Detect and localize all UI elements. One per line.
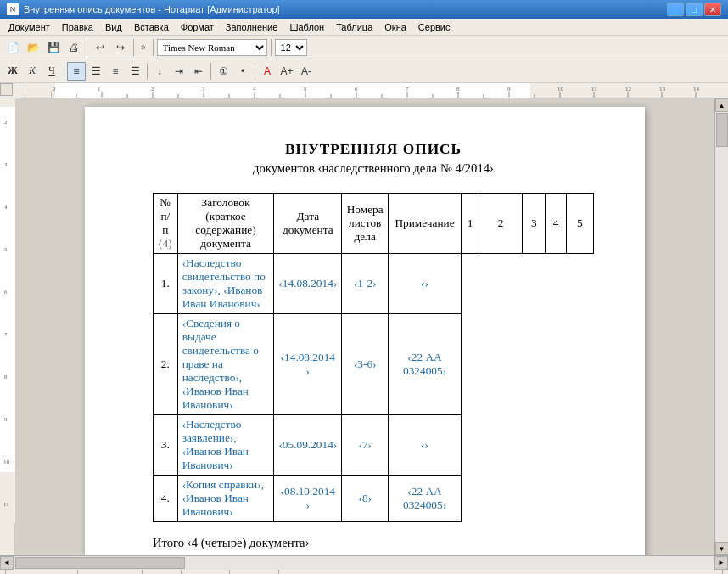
fmt-sep-3 (210, 63, 211, 80)
fmt-sep-1 (64, 63, 64, 80)
h-scroll-thumb[interactable] (15, 557, 185, 569)
table-row: 4. ‹Копия справки›, ‹Иванов Иван Иванови… (154, 476, 594, 522)
svg-text:3: 3 (4, 161, 8, 168)
status-page: Страница 2/3 (5, 570, 78, 574)
align-right-button[interactable]: ≡ (106, 62, 125, 81)
ruler: 2 1 2 3 4 5 6 7 (0, 83, 728, 98)
bold-button[interactable]: Ж (3, 62, 22, 81)
svg-text:4: 4 (4, 204, 8, 211)
toolbar-separator-4 (271, 39, 272, 56)
font-selector[interactable]: Times New Roman (157, 39, 267, 56)
open-button[interactable]: 📂 (24, 38, 42, 57)
indent-button[interactable]: ⇥ (170, 62, 188, 81)
status-bar: Страница 2/3 Ст 56 Кол 1 100% Вставка Ру… (0, 569, 728, 574)
scroll-up-button[interactable]: ▲ (715, 98, 729, 112)
menu-windows[interactable]: Окна (379, 21, 412, 33)
horizontal-scrollbar[interactable]: ◄ ► (0, 555, 728, 569)
outdent-button[interactable]: ⇤ (189, 62, 208, 81)
save-button[interactable]: 💾 (44, 38, 63, 57)
header-col2: Заголовок(краткое содержание)документа (177, 194, 274, 254)
svg-text:1: 1 (98, 86, 101, 93)
header-row2-4: 4 (546, 194, 566, 254)
toolbar-expand[interactable]: » (137, 42, 149, 52)
table-row: 3. ‹Наследство заявление›, ‹Иванов Иван … (154, 415, 594, 476)
table-row: 1. ‹Наследство свидетельство по закону›,… (154, 254, 594, 314)
scroll-left-button[interactable]: ◄ (0, 556, 14, 570)
status-lang: Русский (230, 570, 279, 574)
menu-document[interactable]: Документ (3, 21, 55, 33)
close-button[interactable]: ✕ (704, 3, 721, 16)
italic-button[interactable]: К (23, 62, 42, 81)
scroll-track[interactable] (715, 112, 729, 542)
align-justify-button[interactable]: ☰ (126, 62, 144, 81)
redo-button[interactable]: ↪ (111, 38, 130, 57)
toolbar-separator-1 (87, 39, 87, 56)
status-time: 14:27, понедельник, 13.04.2015 (573, 570, 723, 574)
header-col3: Датадокумента (274, 194, 342, 254)
svg-text:10: 10 (3, 459, 10, 465)
font-size-dec-button[interactable]: A- (297, 62, 316, 81)
minimize-button[interactable]: _ (667, 3, 684, 16)
scroll-thumb[interactable] (716, 113, 728, 147)
scroll-right-button[interactable]: ► (714, 556, 728, 570)
menu-format[interactable]: Формат (176, 21, 219, 33)
svg-text:11: 11 (3, 501, 9, 508)
app-icon: N (7, 3, 19, 15)
header-col4: Номералистовдела (342, 194, 389, 254)
left-ruler: 2 3 4 5 6 7 8 9 10 11 (0, 98, 15, 555)
status-col: Ст 56 Кол 1 (78, 570, 143, 574)
svg-text:9: 9 (507, 86, 511, 93)
format-toolbar: Ж К Ч ≡ ☰ ≡ ☰ ↕ ⇥ ⇤ ① • A A+ A- (0, 59, 728, 83)
svg-text:9: 9 (4, 416, 8, 423)
h-scroll-track[interactable] (14, 556, 714, 570)
menu-insert[interactable]: Вставка (129, 21, 174, 33)
align-center-button[interactable]: ☰ (87, 62, 105, 81)
maximize-button[interactable]: □ (686, 3, 703, 16)
menu-template[interactable]: Шаблон (284, 21, 329, 33)
font-size-inc-button[interactable]: A+ (277, 62, 296, 81)
menu-fill[interactable]: Заполнение (221, 21, 283, 33)
svg-text:14: 14 (693, 86, 700, 93)
menu-edit[interactable]: Правка (57, 21, 98, 33)
line-spacing-button[interactable]: ↕ (150, 62, 169, 81)
fmt-sep-2 (147, 63, 148, 80)
print-button[interactable]: 🖨 (64, 38, 83, 57)
header-col1: №п/п (4) (154, 194, 178, 254)
menu-view[interactable]: Вид (100, 21, 127, 33)
header-row2-2: 2 (479, 194, 523, 254)
svg-text:4: 4 (253, 86, 256, 93)
content-area[interactable]: ВНУТРЕННЯЯ ОПИСЬ документов ‹наследствен… (15, 98, 714, 555)
svg-text:2: 2 (151, 86, 154, 93)
new-button[interactable]: 📄 (3, 38, 22, 57)
svg-text:2: 2 (53, 86, 56, 93)
svg-text:10: 10 (557, 86, 564, 93)
bullets-button[interactable]: • (233, 62, 252, 81)
menu-table[interactable]: Таблица (331, 21, 378, 33)
svg-text:5: 5 (4, 246, 8, 253)
footer-line1: Итого ‹4 (четыре) документа› (153, 536, 594, 550)
main-area: 2 3 4 5 6 7 8 9 10 11 ВНУТРЕННЯЯ ОПИСЬ д… (0, 98, 728, 555)
scroll-down-button[interactable]: ▼ (715, 542, 729, 555)
menu-service[interactable]: Сервис (413, 21, 456, 33)
title-bar: N Внутренняя опись документов - Нотариат… (0, 0, 728, 19)
align-left-button[interactable]: ≡ (67, 62, 86, 81)
svg-text:8: 8 (4, 374, 8, 380)
undo-button[interactable]: ↩ (91, 38, 109, 57)
toolbar-separator-3 (153, 39, 154, 56)
window-controls: _ □ ✕ (667, 3, 721, 16)
vertical-scrollbar[interactable]: ▲ ▼ (714, 98, 728, 555)
toolbar-separator-5 (311, 39, 311, 56)
numbering-button[interactable]: ① (214, 62, 232, 81)
svg-text:7: 7 (4, 331, 8, 338)
doc-subtitle: документов ‹наследственного дела № 4/201… (153, 161, 594, 176)
svg-text:6: 6 (355, 86, 358, 93)
status-mode: Вставка (182, 570, 231, 574)
font-color-button[interactable]: A (258, 62, 277, 81)
underline-button[interactable]: Ч (42, 62, 61, 81)
svg-text:3: 3 (202, 86, 205, 93)
svg-text:13: 13 (659, 86, 666, 93)
font-size-selector[interactable]: 12 (275, 39, 307, 56)
header-col5: Примечание (389, 194, 462, 254)
window-title: Внутренняя опись документов - Нотариат [… (24, 4, 280, 14)
doc-title: ВНУТРЕННЯЯ ОПИСЬ (153, 141, 594, 158)
